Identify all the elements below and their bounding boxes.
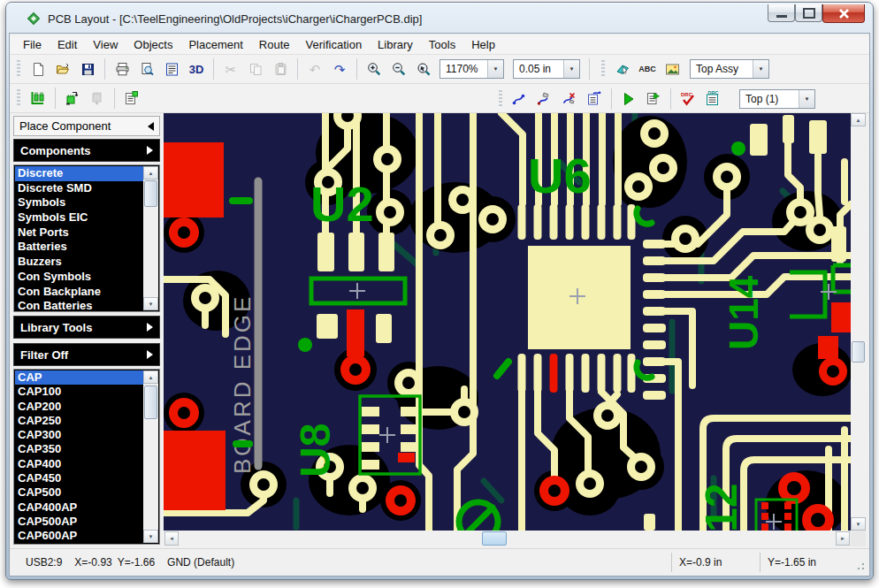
toolbar-grip[interactable] (17, 89, 20, 107)
title-bar[interactable]: PCB Layout - [C:\TeelEngineering\OldProj… (7, 4, 870, 30)
redo-button[interactable]: ↷ (327, 57, 352, 80)
menu-file[interactable]: File (15, 36, 50, 53)
list-item[interactable]: Con Batteries (15, 299, 143, 310)
scrollbar-thumb[interactable] (482, 531, 507, 546)
list-item[interactable]: Con Symbols (15, 270, 143, 285)
list-item[interactable]: CAP400AP (15, 500, 143, 515)
toolbar-grip[interactable] (499, 90, 502, 108)
preview-3d-button[interactable]: 3D (184, 57, 209, 80)
paste-button[interactable] (268, 57, 293, 80)
zoom-window-button[interactable] (411, 57, 436, 80)
scroll-up-button[interactable]: ▲ (851, 113, 866, 126)
restore-button[interactable] (795, 4, 822, 22)
menu-help[interactable]: Help (463, 36, 503, 53)
view-mode-combo[interactable]: Top Assy ▼ (690, 59, 769, 79)
run-autorouter-button[interactable] (616, 88, 641, 111)
resize-grip[interactable] (854, 560, 866, 571)
list-item[interactable]: CAP500 (15, 485, 143, 500)
list-item[interactable]: CAP350 (15, 442, 143, 456)
list-item[interactable]: CAP300 (15, 428, 143, 442)
scroll-up-button[interactable]: ▲ (143, 370, 158, 384)
zoom-level-combo[interactable]: 1170% ▼ (440, 59, 504, 79)
autorouter-setup-button[interactable] (641, 88, 666, 111)
menu-edit[interactable]: Edit (50, 36, 85, 53)
new-button[interactable] (26, 57, 50, 80)
scrollbar-thumb[interactable] (144, 386, 157, 419)
library-tools-bar[interactable]: Library Tools (13, 316, 160, 339)
list-item[interactable]: Batteries (15, 240, 143, 255)
grid-size-combo[interactable]: 0.05 in ▼ (513, 59, 580, 79)
run-drc-button[interactable]: DRC (676, 88, 700, 111)
minimize-button[interactable] (768, 4, 795, 22)
menu-placement[interactable]: Placement (180, 36, 250, 53)
scroll-up-button[interactable]: ▲ (143, 166, 158, 179)
component-group-list[interactable]: Discrete Discrete SMD Symbols Symbols EI… (13, 164, 160, 312)
toolbar-grip[interactable] (601, 60, 605, 78)
titles-button[interactable] (159, 57, 184, 80)
route-edit-button[interactable] (532, 88, 557, 111)
place-text-button[interactable]: ABC (635, 57, 660, 80)
scroll-down-button[interactable]: ▼ (851, 517, 866, 531)
place-shape-button[interactable] (610, 57, 635, 80)
component-properties-button[interactable] (119, 87, 144, 110)
list-item[interactable]: Con Backplane (15, 285, 143, 300)
zoom-in-button[interactable] (362, 57, 386, 80)
place-component-button[interactable] (26, 87, 50, 110)
list-item[interactable]: Discrete SMD (15, 181, 143, 196)
hide-component-button[interactable] (85, 87, 110, 110)
canvas-horizontal-scrollbar[interactable]: ◄ ► (164, 531, 851, 546)
zoom-combo-arrow[interactable]: ▼ (487, 60, 503, 78)
list-item-selected[interactable]: CAP (15, 370, 143, 385)
menu-route[interactable]: Route (251, 36, 298, 53)
list-item-selected[interactable]: Discrete (15, 166, 143, 181)
grid-combo-arrow[interactable]: ▼ (563, 60, 579, 78)
list-item[interactable]: CAP250 (15, 414, 143, 428)
pcb-canvas[interactable]: BOARD EDGE U2 U6 U8 U14 12 (164, 113, 851, 531)
list-item[interactable]: CAP600AP (15, 529, 143, 543)
scrollbar-thumb[interactable] (852, 341, 865, 363)
list-item[interactable]: Symbols EIC (15, 210, 143, 225)
update-component-button[interactable] (60, 87, 85, 110)
component-list-scrollbar[interactable]: ▲ ▼ (143, 370, 158, 543)
collapse-left-icon[interactable] (148, 122, 154, 131)
list-item[interactable]: Net Ports (15, 225, 143, 241)
list-item[interactable]: CAP400 (15, 457, 143, 471)
place-picture-button[interactable] (660, 57, 684, 80)
scrollbar-thumb[interactable] (144, 180, 157, 207)
component-list[interactable]: CAP CAP100 CAP200 CAP250 CAP300 CAP350 C… (13, 369, 160, 545)
group-list-scrollbar[interactable]: ▲ ▼ (143, 166, 158, 310)
open-button[interactable] (50, 57, 75, 80)
close-button[interactable] (822, 4, 865, 23)
layer-combo-arrow[interactable]: ▼ (799, 90, 814, 108)
place-component-header[interactable]: Place Component (13, 116, 160, 136)
menu-library[interactable]: Library (370, 36, 421, 53)
toolbar-grip[interactable] (17, 60, 20, 78)
route-setup-button[interactable] (582, 88, 607, 111)
list-item[interactable]: CAP100 (15, 385, 143, 399)
print-button[interactable] (110, 57, 134, 80)
menu-objects[interactable]: Objects (126, 36, 180, 53)
view-combo-arrow[interactable]: ▼ (753, 60, 768, 78)
menu-view[interactable]: View (85, 36, 126, 53)
menu-tools[interactable]: Tools (421, 36, 463, 53)
list-item[interactable]: Buzzers (15, 255, 143, 270)
list-item[interactable]: Symbols (15, 195, 143, 210)
print-preview-button[interactable] (134, 57, 159, 80)
active-layer-combo[interactable]: Top (1) ▼ (739, 89, 815, 109)
scroll-down-button[interactable]: ▼ (143, 297, 158, 310)
list-item[interactable]: CAP450 (15, 471, 143, 485)
save-button[interactable] (75, 57, 100, 80)
canvas-vertical-scrollbar[interactable]: ▲ ▼ (851, 113, 866, 531)
list-item[interactable]: CAP200 (15, 400, 143, 414)
copy-button[interactable] (243, 57, 268, 80)
filter-bar[interactable]: Filter Off (13, 343, 160, 366)
scroll-down-button[interactable]: ▼ (143, 530, 158, 543)
menu-verification[interactable]: Verification (298, 36, 371, 53)
components-section-bar[interactable]: Components (13, 139, 160, 162)
list-item[interactable]: CAP500AP (15, 515, 143, 529)
scroll-right-button[interactable]: ► (836, 531, 850, 546)
scroll-left-button[interactable]: ◄ (164, 531, 179, 546)
unroute-button[interactable] (557, 88, 582, 111)
drc-report-button[interactable]: DRC (700, 88, 725, 111)
route-manual-button[interactable] (508, 88, 532, 111)
